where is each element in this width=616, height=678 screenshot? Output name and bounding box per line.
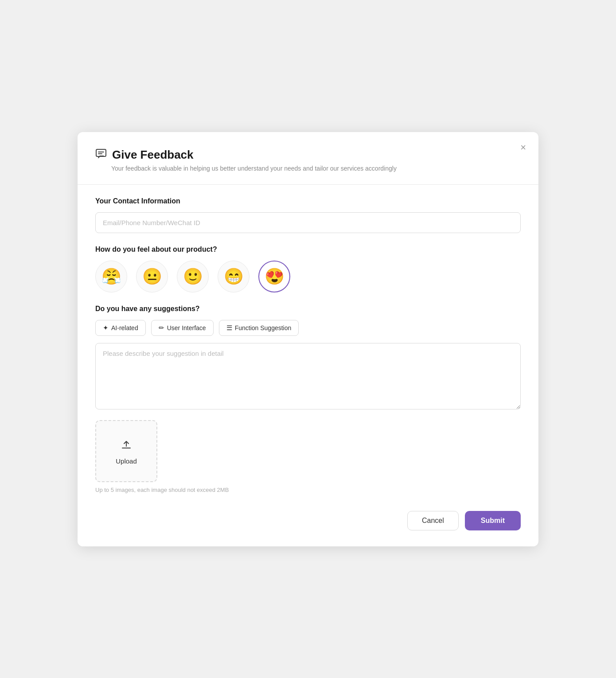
emoji-love[interactable]: 😍 xyxy=(258,261,290,292)
upload-icon xyxy=(120,437,133,454)
user-interface-icon: ✏ xyxy=(159,324,164,332)
cancel-button[interactable]: Cancel xyxy=(407,511,459,530)
ai-related-icon: ✦ xyxy=(103,324,109,332)
tag-user-interface[interactable]: ✏ User Interface xyxy=(151,320,214,336)
suggestion-tags-row: ✦ AI-related ✏ User Interface ☰ Function… xyxy=(95,320,521,336)
function-suggestion-icon: ☰ xyxy=(226,324,232,332)
tag-ai-related-label: AI-related xyxy=(111,324,138,331)
suggestions-section-label: Do you have any suggestions? xyxy=(95,305,521,313)
upload-hint: Up to 5 images, each image should not ex… xyxy=(95,487,521,493)
close-button[interactable]: × xyxy=(519,141,528,154)
emoji-neutral[interactable]: 🙂 xyxy=(177,261,209,292)
rating-section-label: How do you feel about our product? xyxy=(95,245,521,253)
footer-buttons: Cancel Submit xyxy=(95,511,521,530)
svg-rect-0 xyxy=(96,149,106,156)
tag-function-suggestion-label: Function Suggestion xyxy=(235,324,292,331)
emoji-rating-row: 😤 😐 🙂 😁 😍 xyxy=(95,261,521,292)
feedback-modal: × Give Feedback Your feedback is valuabl… xyxy=(78,132,538,546)
modal-title: Give Feedback xyxy=(112,148,194,162)
tag-function-suggestion[interactable]: ☰ Function Suggestion xyxy=(219,320,299,336)
upload-area[interactable]: Upload xyxy=(95,420,157,482)
tag-ai-related[interactable]: ✦ AI-related xyxy=(95,320,146,336)
emoji-very-bad[interactable]: 😤 xyxy=(95,261,127,292)
tag-user-interface-label: User Interface xyxy=(167,324,206,331)
submit-button[interactable]: Submit xyxy=(465,511,521,530)
suggestion-textarea[interactable] xyxy=(95,343,521,409)
close-icon: × xyxy=(520,143,526,152)
contact-section-label: Your Contact Information xyxy=(95,197,521,205)
emoji-happy[interactable]: 😁 xyxy=(218,261,250,292)
modal-subtitle: Your feedback is valuable in helping us … xyxy=(111,165,521,172)
modal-header: Give Feedback xyxy=(95,148,521,162)
upload-label: Upload xyxy=(116,457,137,465)
feedback-icon xyxy=(95,148,107,162)
emoji-neutral-low[interactable]: 😐 xyxy=(136,261,168,292)
contact-input[interactable] xyxy=(95,212,521,233)
header-divider xyxy=(78,184,538,185)
